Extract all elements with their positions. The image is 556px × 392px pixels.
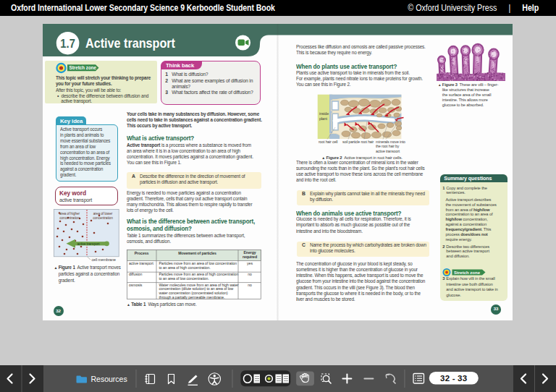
svg-text:area of lower: area of lower [93,212,113,216]
svg-text:no: no [248,282,252,286]
svg-text:yes: yes [247,261,253,265]
svg-text:to an area of low concentratio: to an area of low concentration. [159,276,209,281]
svg-text:to an area of high concentrati: to an area of high concentration. [159,265,211,270]
svg-text:concentration: concentration [93,216,114,220]
svg-text:Active transport: Active transport [85,35,176,51]
svg-text:active transport: active transport [376,149,400,153]
svg-text:root hair: root hair [361,140,374,144]
svg-text:required: required [243,255,257,259]
svg-text:diffusion: diffusion [129,272,143,276]
svg-text:Energy: Energy [244,250,256,254]
svg-text:active transport: active transport [77,242,101,246]
svg-text:plant: plant [319,116,327,121]
svg-text:area of higher: area of higher [59,212,80,216]
svg-text:soil particle: soil particle [342,140,360,144]
svg-text:the root hair by: the root hair by [376,144,400,148]
svg-text:concentration: concentration [60,216,80,220]
svg-text:Movement of particles: Movement of particles [178,251,216,255]
svg-text:Resources: Resources [91,375,127,383]
svg-text:through a partially permeable: through a partially permeable membrane. [159,295,225,299]
svg-text:Process: Process [135,251,149,255]
svg-text:cell membrane: cell membrane [92,257,117,262]
svg-text:active transport: active transport [129,261,154,265]
svg-text:no: no [248,272,252,276]
svg-text:inside: inside [319,111,329,116]
svg-text:root hair cell: root hair cell [319,140,337,144]
svg-text:minerals move into: minerals move into [376,140,405,144]
svg-text:Stretch zone: Stretch zone [70,65,97,70]
svg-text:1.7: 1.7 [60,37,75,50]
svg-text:osmosis: osmosis [129,282,143,286]
svg-text:Stretch zone: Stretch zone [454,270,481,274]
svg-text:32 - 33: 32 - 33 [440,374,467,383]
